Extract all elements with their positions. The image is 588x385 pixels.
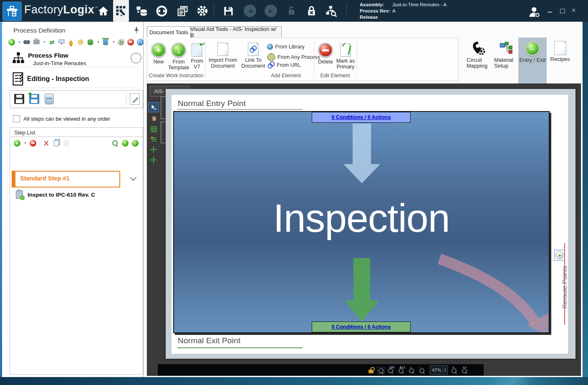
grid-icon [151,126,157,132]
pin-icon[interactable] [134,27,139,33]
new-work-instruction-button[interactable]: + New [149,43,168,65]
user-session-button[interactable] [527,4,543,20]
from-url-button[interactable]: From URL [267,62,301,68]
entry-exit-button[interactable]: ↔ Entry / Exit [518,38,547,80]
add-step-caret[interactable]: ▼ [24,142,27,144]
forms-button[interactable] [174,3,190,19]
material-setup-button[interactable]: Material Setup [493,38,519,80]
save-button[interactable] [220,3,236,19]
step-expand-chevron[interactable] [130,175,137,181]
align-lines-icon [151,136,157,142]
zoom-toolbar: 100 ALL -- - 47% ▲▼ + ++ [158,364,484,376]
add-process-button[interactable]: + [8,38,15,46]
zoom-step-button[interactable] [111,139,119,147]
select-tool-button[interactable] [148,102,159,112]
from-v7-button[interactable]: ↩ From V7 [189,43,205,70]
pan-tool-button[interactable] [148,113,159,123]
move-delete-tool-button[interactable] [148,144,159,155]
export-caret[interactable]: ▼ [97,41,100,43]
forward-button[interactable]: ▶ [263,3,279,19]
exit-conditions-button[interactable]: 0 Conditions / 0 Actions [312,322,411,332]
add-step-button[interactable]: + [13,139,20,147]
paste-step-button[interactable] [63,139,70,147]
globe-icon [267,44,273,50]
checklist-icon [12,72,25,86]
export-data-button[interactable] [87,38,94,46]
discard-button[interactable] [43,92,56,106]
edit-document-button[interactable] [128,92,141,106]
zoom-out-button[interactable]: - [419,366,426,374]
tab-document-tools[interactable]: Document Tools [147,26,191,38]
import-data-button[interactable] [134,3,149,19]
entry-conditions-link[interactable]: 0 Conditions / 0 Actions [332,114,391,120]
zoom-fit-all-button[interactable]: ALL [399,366,405,374]
spin-up-icon[interactable]: ▲ [444,368,447,370]
import-from-document-button[interactable]: Import From Document [208,43,238,69]
cut-step-button[interactable] [43,139,50,147]
release-button[interactable]: ↻ [118,38,125,46]
back-button[interactable]: ◀ [242,3,258,19]
link-to-document-button[interactable]: Link To Document [240,43,267,69]
zoom-region-button[interactable] [377,367,384,374]
minimize-button[interactable] [548,12,552,13]
transfer-button[interactable] [154,3,169,19]
add-process-caret[interactable]: ▼ [18,41,21,43]
align-tool-button[interactable] [148,134,159,144]
from-any-process-button[interactable]: From Any Process [267,53,320,61]
shuffle-steps-button[interactable]: ⇄ [48,38,56,46]
zoom-lock-icon[interactable] [368,370,373,373]
presentation-button[interactable] [58,38,65,46]
process-step-box[interactable]: 0 Conditions / 0 Actions Inspection 0 Co… [173,111,550,333]
find-button[interactable] [23,38,30,46]
from-library-button[interactable]: From Library [267,44,305,50]
zoom-spinner-arrows[interactable]: ▲▼ [443,367,447,373]
printer-icon [33,40,40,44]
from-template-button[interactable]: ↓ From Template [168,43,189,71]
delete-caret[interactable]: ▼ [112,41,115,43]
process-name: Inspection [174,195,549,241]
zoom-out-fast-button[interactable]: -- [409,366,416,374]
zoom-100-button[interactable]: 100 [388,366,395,374]
zoom-in-button[interactable]: + [452,366,458,374]
grid-tool-button[interactable] [148,124,159,134]
close-button[interactable]: × [572,7,575,14]
remove-button[interactable] [127,38,134,46]
any-order-checkbox[interactable] [13,115,20,122]
remove-step-button[interactable] [30,139,37,147]
mark-as-primary-button[interactable]: ✓ Mark as Primary [335,43,356,70]
delete-process-button[interactable] [102,38,109,46]
save-as-button[interactable]: ↰ [28,92,41,106]
process-search-button[interactable] [323,3,339,19]
collapse-flow-button[interactable]: ↓ [131,53,141,63]
save-document-button[interactable] [13,92,26,106]
settings-button[interactable] [194,3,210,19]
process-definition-button[interactable] [113,0,129,22]
exit-conditions-link[interactable]: 0 Conditions / 0 Actions [332,324,391,330]
process-settings-button[interactable] [77,38,84,46]
recipes-button[interactable]: Recipes [548,38,572,80]
print-caret[interactable]: ▼ [43,41,46,43]
hold-button[interactable]: ❘❘ [137,38,144,46]
tab-visual-aid-tools[interactable]: Visual Aid Tools - AIS- Inspection w/ B [190,26,282,38]
delete-element-button[interactable]: Delete [316,43,335,65]
step-row-standard-step-1[interactable]: Standard Step #1 [12,171,120,187]
unlock-button[interactable] [284,3,300,19]
move-step-down-button[interactable]: ↓ [131,139,139,147]
zoom-level-spinner[interactable]: 47% ▲▼ [430,365,448,375]
spin-down-icon[interactable]: ▼ [444,370,447,372]
move-step-up-button[interactable]: ↑ [121,139,129,147]
entry-conditions-button[interactable]: 0 Conditions / 0 Actions [312,112,411,123]
print-button[interactable] [33,38,40,46]
maximize-button[interactable] [560,9,565,13]
step-item-row[interactable]: Inspect to IPC-610 Rev. C [16,190,95,199]
lock-clear-button[interactable] [304,3,320,19]
home-button[interactable] [95,3,111,19]
move-arrange-tool-button[interactable] [148,155,159,165]
circuit-mapping-button[interactable]: Circuit Mapping [464,38,493,80]
divider [126,92,126,106]
ribbon-separator [314,41,314,78]
notifications-button[interactable] [68,38,75,46]
any-order-label: All steps can be viewed in any order [23,116,110,122]
zoom-in-fast-button[interactable]: ++ [462,366,469,374]
copy-step-button[interactable] [53,139,60,147]
